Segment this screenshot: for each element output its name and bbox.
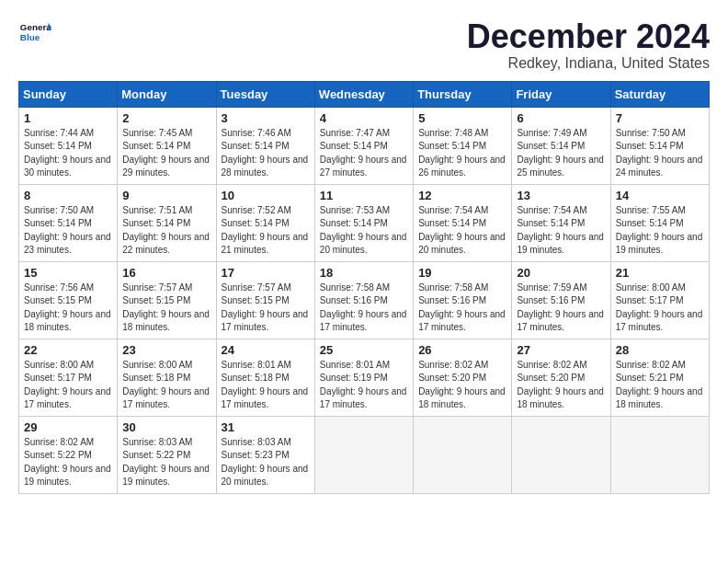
day-info: Sunrise: 7:50 AM Sunset: 5:14 PM Dayligh…: [24, 204, 112, 258]
calendar-day-cell: 26 Sunrise: 8:02 AM Sunset: 5:20 PM Dayl…: [414, 339, 512, 416]
day-number: 11: [320, 189, 408, 202]
day-info: Sunrise: 7:51 AM Sunset: 5:14 PM Dayligh…: [122, 204, 210, 258]
day-number: 10: [222, 189, 310, 202]
day-info: Sunrise: 7:59 AM Sunset: 5:16 PM Dayligh…: [517, 282, 605, 335]
empty-cell: [610, 416, 709, 493]
title-area: December 2024 Redkey, Indiana, United St…: [467, 18, 710, 72]
calendar-day-cell: 6 Sunrise: 7:49 AM Sunset: 5:14 PM Dayli…: [512, 107, 610, 184]
calendar-week-row: 1 Sunrise: 7:44 AM Sunset: 5:14 PM Dayli…: [19, 107, 710, 184]
day-number: 29: [24, 420, 112, 434]
day-number: 26: [418, 343, 506, 357]
day-info: Sunrise: 7:46 AM Sunset: 5:14 PM Dayligh…: [222, 127, 310, 180]
day-info: Sunrise: 7:52 AM Sunset: 5:14 PM Dayligh…: [222, 204, 310, 258]
day-info: Sunrise: 7:53 AM Sunset: 5:14 PM Dayligh…: [320, 204, 408, 258]
day-number: 27: [517, 343, 605, 357]
calendar-week-row: 29 Sunrise: 8:02 AM Sunset: 5:22 PM Dayl…: [19, 416, 710, 493]
calendar-day-cell: 17 Sunrise: 7:57 AM Sunset: 5:15 PM Dayl…: [216, 261, 314, 339]
calendar-day-cell: 3 Sunrise: 7:46 AM Sunset: 5:14 PM Dayli…: [216, 107, 314, 184]
day-number: 21: [616, 266, 704, 280]
calendar-day-cell: 15 Sunrise: 7:56 AM Sunset: 5:15 PM Dayl…: [19, 261, 118, 339]
calendar-day-cell: 18 Sunrise: 7:58 AM Sunset: 5:16 PM Dayl…: [314, 261, 413, 339]
day-info: Sunrise: 7:55 AM Sunset: 5:14 PM Dayligh…: [616, 204, 704, 258]
calendar-day-cell: 12 Sunrise: 7:54 AM Sunset: 5:14 PM Dayl…: [414, 184, 512, 261]
day-number: 23: [122, 343, 210, 357]
col-saturday: Saturday: [610, 81, 709, 107]
svg-text:Blue: Blue: [20, 32, 40, 42]
day-number: 7: [616, 111, 704, 125]
day-info: Sunrise: 7:44 AM Sunset: 5:14 PM Dayligh…: [24, 127, 112, 180]
day-number: 15: [24, 266, 112, 280]
day-number: 2: [122, 111, 210, 125]
day-info: Sunrise: 7:57 AM Sunset: 5:15 PM Dayligh…: [122, 282, 210, 335]
day-info: Sunrise: 7:48 AM Sunset: 5:14 PM Dayligh…: [418, 127, 506, 180]
calendar-day-cell: 23 Sunrise: 8:00 AM Sunset: 5:18 PM Dayl…: [118, 339, 216, 416]
calendar-day-cell: 13 Sunrise: 7:54 AM Sunset: 5:14 PM Dayl…: [512, 184, 610, 261]
day-info: Sunrise: 8:00 AM Sunset: 5:17 PM Dayligh…: [616, 282, 704, 335]
calendar-day-cell: 20 Sunrise: 7:59 AM Sunset: 5:16 PM Dayl…: [512, 261, 610, 339]
day-info: Sunrise: 8:00 AM Sunset: 5:17 PM Dayligh…: [24, 359, 112, 412]
day-info: Sunrise: 8:00 AM Sunset: 5:18 PM Dayligh…: [122, 359, 210, 412]
calendar-day-cell: 9 Sunrise: 7:51 AM Sunset: 5:14 PM Dayli…: [118, 184, 216, 261]
day-number: 1: [24, 111, 112, 125]
calendar-day-cell: 25 Sunrise: 8:01 AM Sunset: 5:19 PM Dayl…: [314, 339, 413, 416]
day-number: 13: [517, 189, 605, 202]
calendar-day-cell: 29 Sunrise: 8:02 AM Sunset: 5:22 PM Dayl…: [19, 416, 118, 493]
day-number: 9: [122, 189, 210, 202]
calendar-week-row: 8 Sunrise: 7:50 AM Sunset: 5:14 PM Dayli…: [19, 184, 710, 261]
empty-cell: [314, 416, 413, 493]
location: Redkey, Indiana, United States: [467, 55, 710, 72]
day-number: 20: [517, 266, 605, 280]
logo: General Blue: [18, 18, 51, 44]
calendar-day-cell: 4 Sunrise: 7:47 AM Sunset: 5:14 PM Dayli…: [314, 107, 413, 184]
svg-text:General: General: [20, 22, 51, 32]
day-info: Sunrise: 7:54 AM Sunset: 5:14 PM Dayligh…: [517, 204, 605, 258]
calendar-day-cell: 7 Sunrise: 7:50 AM Sunset: 5:14 PM Dayli…: [610, 107, 709, 184]
day-info: Sunrise: 7:47 AM Sunset: 5:14 PM Dayligh…: [320, 127, 408, 180]
calendar-week-row: 22 Sunrise: 8:00 AM Sunset: 5:17 PM Dayl…: [19, 339, 710, 416]
day-number: 4: [320, 111, 408, 125]
calendar-header-row: Sunday Monday Tuesday Wednesday Thursday…: [19, 81, 710, 107]
day-info: Sunrise: 8:03 AM Sunset: 5:23 PM Dayligh…: [222, 436, 310, 489]
header: General Blue December 2024 Redkey, India…: [18, 18, 710, 72]
day-number: 30: [122, 420, 210, 434]
col-tuesday: Tuesday: [216, 81, 314, 107]
day-info: Sunrise: 7:45 AM Sunset: 5:14 PM Dayligh…: [122, 127, 210, 180]
day-number: 3: [222, 111, 310, 125]
day-number: 12: [418, 189, 506, 202]
calendar-day-cell: 31 Sunrise: 8:03 AM Sunset: 5:23 PM Dayl…: [216, 416, 314, 493]
calendar-day-cell: 16 Sunrise: 7:57 AM Sunset: 5:15 PM Dayl…: [118, 261, 216, 339]
calendar-day-cell: 10 Sunrise: 7:52 AM Sunset: 5:14 PM Dayl…: [216, 184, 314, 261]
logo-icon: General Blue: [18, 18, 51, 44]
day-number: 19: [418, 266, 506, 280]
day-number: 14: [616, 189, 704, 202]
calendar-day-cell: 22 Sunrise: 8:00 AM Sunset: 5:17 PM Dayl…: [19, 339, 118, 416]
day-info: Sunrise: 8:01 AM Sunset: 5:19 PM Dayligh…: [320, 359, 408, 412]
col-monday: Monday: [118, 81, 216, 107]
day-number: 8: [24, 189, 112, 202]
day-number: 18: [320, 266, 408, 280]
col-wednesday: Wednesday: [314, 81, 413, 107]
calendar-day-cell: 21 Sunrise: 8:00 AM Sunset: 5:17 PM Dayl…: [610, 261, 709, 339]
calendar-day-cell: 5 Sunrise: 7:48 AM Sunset: 5:14 PM Dayli…: [414, 107, 512, 184]
col-sunday: Sunday: [19, 81, 118, 107]
day-info: Sunrise: 7:56 AM Sunset: 5:15 PM Dayligh…: [24, 282, 112, 335]
empty-cell: [414, 416, 512, 493]
month-title: December 2024: [467, 18, 710, 55]
day-info: Sunrise: 8:02 AM Sunset: 5:20 PM Dayligh…: [418, 359, 506, 412]
day-info: Sunrise: 7:50 AM Sunset: 5:14 PM Dayligh…: [616, 127, 704, 180]
calendar-day-cell: 11 Sunrise: 7:53 AM Sunset: 5:14 PM Dayl…: [314, 184, 413, 261]
day-number: 16: [122, 266, 210, 280]
calendar-day-cell: 14 Sunrise: 7:55 AM Sunset: 5:14 PM Dayl…: [610, 184, 709, 261]
day-number: 22: [24, 343, 112, 357]
calendar-day-cell: 24 Sunrise: 8:01 AM Sunset: 5:18 PM Dayl…: [216, 339, 314, 416]
day-info: Sunrise: 8:02 AM Sunset: 5:21 PM Dayligh…: [616, 359, 704, 412]
calendar-day-cell: 8 Sunrise: 7:50 AM Sunset: 5:14 PM Dayli…: [19, 184, 118, 261]
day-number: 24: [222, 343, 310, 357]
calendar-day-cell: 27 Sunrise: 8:02 AM Sunset: 5:20 PM Dayl…: [512, 339, 610, 416]
day-info: Sunrise: 7:49 AM Sunset: 5:14 PM Dayligh…: [517, 127, 605, 180]
calendar-day-cell: 19 Sunrise: 7:58 AM Sunset: 5:16 PM Dayl…: [414, 261, 512, 339]
day-info: Sunrise: 7:57 AM Sunset: 5:15 PM Dayligh…: [222, 282, 310, 335]
day-info: Sunrise: 8:03 AM Sunset: 5:22 PM Dayligh…: [122, 436, 210, 489]
day-info: Sunrise: 8:02 AM Sunset: 5:22 PM Dayligh…: [24, 436, 112, 489]
calendar-table: Sunday Monday Tuesday Wednesday Thursday…: [18, 81, 710, 494]
